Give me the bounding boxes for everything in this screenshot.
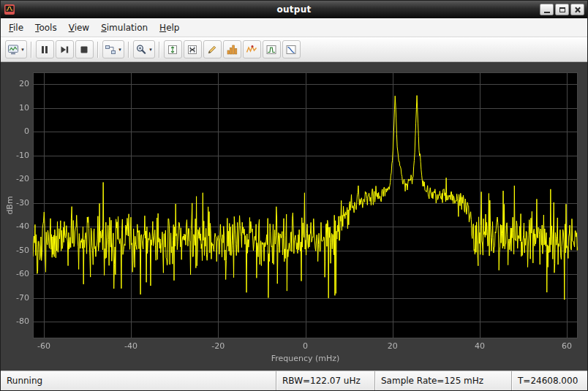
channel-measurements-button[interactable] — [223, 40, 241, 58]
maximize-icon — [559, 7, 565, 12]
scope-settings-button[interactable]: ▼ — [5, 40, 27, 58]
zoom-button[interactable]: ▼ — [133, 40, 155, 58]
statusbar: Running RBW=122.07 uHzSample Rate=125 mH… — [1, 371, 587, 390]
step-forward-icon — [59, 44, 70, 56]
ccdf-measurements-button[interactable] — [282, 40, 301, 58]
menubar: FileToolsViewSimulationHelp — [1, 18, 587, 37]
status-field-time: T=24608.000 — [511, 371, 587, 390]
restore-view-icon — [167, 44, 178, 56]
dropdown-arrow-icon: ▼ — [148, 48, 153, 52]
menu-view[interactable]: View — [63, 20, 95, 36]
window-title: output — [1, 4, 587, 15]
dropdown-arrow-icon: ▼ — [118, 48, 122, 52]
ccdf-icon — [285, 44, 297, 56]
step-settings-icon — [105, 44, 116, 56]
menu-file[interactable]: File — [3, 20, 29, 36]
status-field-sample-rate: Sample Rate=125 mHz — [374, 371, 511, 390]
pause-icon — [39, 44, 50, 56]
dropdown-arrow-icon: ▼ — [20, 48, 25, 52]
peak-finder-icon — [206, 44, 218, 56]
toolbar-separator — [31, 42, 32, 58]
minimize-button[interactable] — [540, 4, 554, 15]
cursor-measurements-button[interactable] — [184, 40, 202, 58]
titlebar[interactable]: output — [1, 1, 587, 18]
menu-help[interactable]: Help — [154, 20, 185, 36]
close-button[interactable] — [570, 4, 584, 15]
peak-finder-button[interactable] — [203, 40, 222, 58]
status-running: Running — [1, 371, 276, 390]
stop-button[interactable] — [75, 40, 94, 58]
menu-simulation[interactable]: Simulation — [95, 20, 154, 36]
maximize-button[interactable] — [555, 4, 569, 15]
window-controls — [540, 4, 584, 15]
menu-tools[interactable]: Tools — [29, 20, 63, 36]
spectrum-analyzer-window: output FileToolsViewSimulationHelp ▼▼▼ R… — [0, 0, 588, 391]
spectrum-canvas[interactable] — [1, 62, 587, 371]
step-forward-button[interactable] — [56, 40, 74, 58]
toolbar: ▼▼▼ — [1, 37, 587, 62]
plot-area — [1, 62, 587, 371]
toolbar-separator — [128, 42, 129, 58]
stop-icon — [78, 44, 90, 56]
simulation-step-settings-button[interactable]: ▼ — [102, 40, 124, 58]
zoom-icon — [135, 44, 147, 56]
spectral-mask-button[interactable] — [263, 40, 281, 58]
minimize-icon — [544, 12, 550, 13]
restore-default-view-button[interactable] — [164, 40, 182, 58]
distortion-measurements-button[interactable] — [243, 40, 261, 58]
toolbar-separator — [97, 42, 99, 58]
cursors-icon — [186, 44, 198, 56]
distortion-measurements-icon — [246, 44, 257, 56]
status-field-rbw: RBW=122.07 uHz — [276, 371, 374, 390]
scope-settings-icon — [7, 44, 19, 56]
simulink-scope-icon — [4, 4, 15, 15]
channel-measurements-icon — [226, 44, 238, 56]
pause-button[interactable] — [36, 40, 54, 58]
toolbar-separator — [159, 42, 160, 58]
status-fields: RBW=122.07 uHzSample Rate=125 mHzT=24608… — [276, 371, 587, 390]
spectral-mask-icon — [265, 44, 277, 56]
close-icon — [574, 7, 581, 13]
